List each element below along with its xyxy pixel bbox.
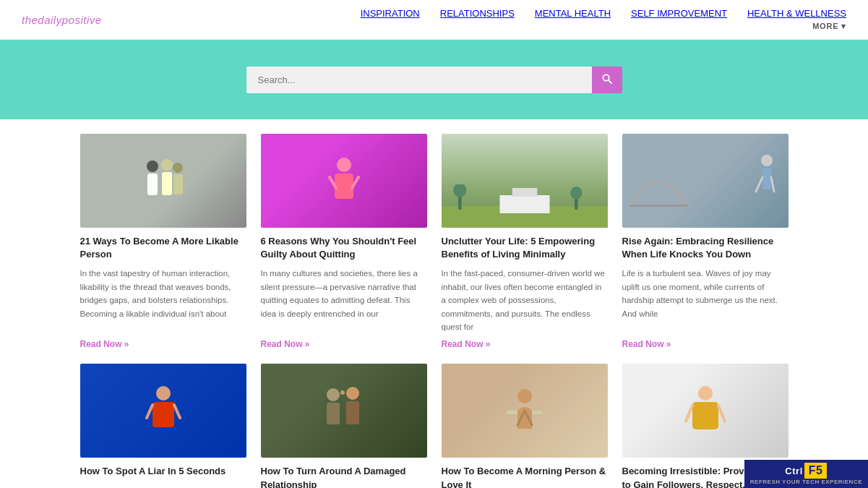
articles-row-2: How To Spot A Liar In 5 Seconds In a wor… (80, 364, 788, 488)
svg-point-2 (147, 160, 158, 172)
svg-point-18 (570, 187, 582, 200)
couple-icon (315, 382, 373, 440)
svg-line-26 (147, 405, 152, 418)
svg-rect-5 (162, 172, 172, 195)
article-card-3: Unclutter Your Life: 5 Empowering Benefi… (442, 134, 608, 349)
svg-point-24 (156, 386, 171, 401)
article-image-6 (261, 364, 427, 458)
svg-line-27 (174, 405, 180, 418)
ctrl-label: Ctrl (785, 466, 802, 476)
article-title-4: Rise Again: Embracing Resilience When Li… (622, 235, 788, 261)
svg-point-28 (327, 388, 340, 401)
svg-rect-29 (327, 403, 340, 424)
search-input[interactable] (246, 67, 592, 93)
nav-relationships[interactable]: RELATIONSHIPS (440, 8, 515, 19)
badge-tagline: REFRESH YOUR TECH EXPERIENCE (750, 479, 862, 485)
svg-point-4 (161, 159, 173, 171)
svg-rect-38 (692, 402, 718, 429)
articles-section: 21 Ways To Become A More Likable Person … (73, 119, 796, 488)
search-bar (246, 67, 622, 93)
svg-line-21 (756, 177, 762, 192)
article-image-4 (622, 134, 788, 228)
svg-point-6 (173, 163, 183, 173)
people-icon (142, 152, 185, 210)
article-title-1: 21 Ways To Become A More Likable Person (80, 235, 246, 261)
article-title-7: How To Become A Morning Person & Love It (442, 465, 608, 488)
nav-inspiration[interactable]: INSPIRATION (361, 8, 420, 19)
svg-point-34 (517, 389, 532, 403)
article-title-6: How To Turn Around A Damaged Relationshi… (261, 465, 427, 488)
search-button[interactable] (592, 67, 622, 93)
article-image-3 (442, 134, 608, 228)
nav-health-wellness[interactable]: HEALTH & WELLNESS (747, 8, 846, 19)
svg-rect-20 (762, 168, 771, 189)
article-image-7 (442, 364, 608, 458)
man-red-icon (145, 382, 181, 440)
svg-rect-31 (346, 401, 359, 424)
article-image-1 (80, 134, 246, 228)
article-card-6: How To Turn Around A Damaged Relationshi… (261, 364, 427, 488)
bridge-icon (629, 148, 687, 213)
article-card-7: How To Become A Morning Person & Love It… (442, 364, 608, 488)
read-now-2[interactable]: Read Now » (261, 339, 427, 349)
svg-point-19 (761, 155, 773, 166)
article-card-2: 6 Reasons Why You Shouldn't Feel Guilty … (261, 134, 427, 349)
svg-rect-14 (512, 188, 537, 197)
svg-line-39 (686, 406, 692, 421)
person-walking-icon (752, 152, 781, 210)
article-excerpt-4: Life is a turbulent sea. Waves of joy ma… (622, 267, 788, 320)
article-image-2 (261, 134, 427, 228)
search-hero (0, 40, 868, 119)
nav-mental-health[interactable]: MENTAL HEALTH (535, 8, 611, 19)
landscape-icon (442, 184, 608, 228)
svg-rect-13 (499, 195, 549, 213)
article-image-8 (622, 364, 788, 458)
svg-rect-7 (173, 174, 183, 194)
nav-self-improvement[interactable]: SELF IMPROVEMENT (631, 8, 727, 19)
f5-label: F5 (804, 463, 828, 479)
read-now-3[interactable]: Read Now » (442, 339, 608, 349)
articles-row-1: 21 Ways To Become A More Likable Person … (80, 134, 788, 349)
article-title-2: 6 Reasons Why You Shouldn't Feel Guilty … (261, 235, 427, 261)
article-card-4: Rise Again: Embracing Resilience When Li… (622, 134, 788, 349)
svg-point-37 (698, 386, 713, 401)
article-card-5: How To Spot A Liar In 5 Seconds In a wor… (80, 364, 246, 488)
svg-rect-23 (629, 205, 687, 207)
nav-links: INSPIRATION RELATIONSHIPS MENTAL HEALTH … (361, 8, 846, 19)
svg-rect-25 (152, 402, 174, 427)
article-image-5 (80, 364, 246, 458)
svg-point-16 (453, 184, 466, 197)
article-excerpt-3: In the fast-paced, consumer-driven world… (442, 267, 608, 333)
top-navigation: thedailypositive INSPIRATION RELATIONSHI… (0, 0, 868, 40)
more-button[interactable]: MORE ▾ (812, 22, 846, 31)
svg-point-8 (337, 158, 351, 172)
article-excerpt-5: In a world where the truth is often stra… (80, 484, 246, 488)
svg-rect-3 (147, 174, 158, 195)
article-title-5: How To Spot A Liar In 5 Seconds (80, 465, 246, 478)
article-excerpt-2: In many cultures and societies, there li… (261, 267, 427, 320)
svg-line-22 (771, 177, 774, 192)
site-logo[interactable]: thedailypositive (22, 14, 102, 26)
search-icon (602, 74, 612, 84)
article-excerpt-1: In the vast tapestry of human interactio… (80, 267, 246, 320)
person-icon (326, 152, 362, 210)
read-now-1[interactable]: Read Now » (80, 339, 246, 349)
svg-point-32 (340, 390, 345, 395)
read-now-4[interactable]: Read Now » (622, 339, 788, 349)
morning-person-icon (503, 382, 546, 440)
ctrl-f5-badge: Ctrl F5 REFRESH YOUR TECH EXPERIENCE (744, 460, 868, 488)
woman-yellow-icon (684, 382, 727, 440)
svg-line-40 (718, 406, 725, 421)
svg-rect-9 (335, 174, 353, 199)
svg-line-1 (609, 80, 611, 83)
svg-point-30 (346, 387, 359, 400)
article-card-1: 21 Ways To Become A More Likable Person … (80, 134, 246, 349)
article-title-3: Unclutter Your Life: 5 Empowering Benefi… (442, 235, 608, 261)
